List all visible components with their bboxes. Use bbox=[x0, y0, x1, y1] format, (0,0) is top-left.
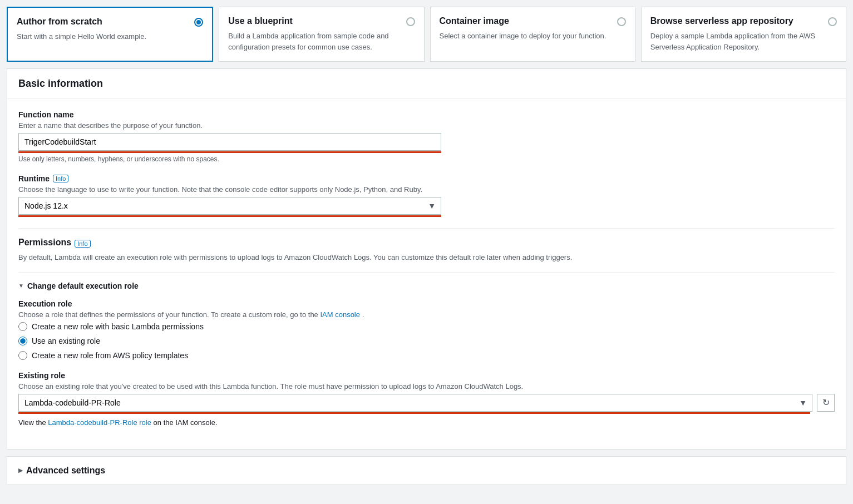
main-content: Basic information Function name Enter a … bbox=[0, 62, 853, 498]
function-name-hint: Enter a name that describes the purpose … bbox=[18, 121, 835, 130]
existing-role-select[interactable]: Lambda-codebuild-PR-RoleLambdaBasicRoleL… bbox=[18, 394, 812, 412]
option-card-title-browse-serverless: Browse serverless app repository bbox=[650, 16, 793, 26]
iam-console-link[interactable]: IAM console bbox=[320, 310, 360, 319]
radio-create-from-policy-label: Create a new role from AWS policy templa… bbox=[32, 351, 188, 360]
execution-role-group: Execution role Choose a role that define… bbox=[18, 299, 835, 360]
execution-role-hint-prefix: Choose a role that defines the permissio… bbox=[18, 310, 320, 319]
basic-info-body: Function name Enter a name that describe… bbox=[7, 99, 846, 449]
footer: Cancel Create function bbox=[0, 498, 853, 505]
radio-use-existing-role-label: Use an existing role bbox=[32, 337, 100, 345]
function-name-label: Function name bbox=[18, 110, 835, 119]
option-card-use-a-blueprint[interactable]: Use a blueprintBuild a Lambda applicatio… bbox=[219, 7, 424, 62]
existing-role-hint: Choose an existing role that you've crea… bbox=[18, 382, 835, 391]
runtime-group: Runtime Info Choose the language to use … bbox=[18, 174, 835, 217]
function-name-note: Use only letters, numbers, hyphens, or u… bbox=[18, 155, 835, 163]
option-card-browse-serverless[interactable]: Browse serverless app repositoryDeploy a… bbox=[641, 7, 846, 62]
basic-info-title: Basic information bbox=[18, 78, 103, 89]
runtime-hint: Choose the language to use to write your… bbox=[18, 185, 835, 194]
permissions-title-row: Permissions Info bbox=[18, 238, 835, 250]
radio-use-existing-role[interactable]: Use an existing role bbox=[18, 337, 835, 345]
view-role-link[interactable]: Lambda-codebuild-PR-Role role bbox=[48, 418, 151, 427]
option-card-container-image[interactable]: Container imageSelect a container image … bbox=[430, 7, 635, 62]
radio-create-new-role-label: Create a new role with basic Lambda perm… bbox=[32, 322, 204, 331]
runtime-error-bar bbox=[18, 215, 441, 217]
option-card-desc-use-a-blueprint: Build a Lambda application from sample c… bbox=[228, 31, 415, 52]
role-underline-bar bbox=[18, 412, 810, 414]
option-card-desc-author-from-scratch: Start with a simple Hello World example. bbox=[17, 31, 203, 42]
advanced-arrow-icon: ▶ bbox=[18, 467, 23, 473]
option-card-desc-browse-serverless: Deploy a sample Lambda application from … bbox=[650, 31, 837, 52]
option-card-radio-container-image bbox=[617, 17, 626, 26]
view-role-link-container: View the Lambda-codebuild-PR-Role role o… bbox=[18, 418, 835, 427]
permissions-info-badge[interactable]: Info bbox=[75, 240, 90, 248]
radio-use-existing-role-input[interactable] bbox=[18, 337, 27, 345]
function-name-error-bar bbox=[18, 151, 441, 153]
existing-role-label: Existing role bbox=[18, 371, 835, 380]
radio-create-from-policy-input[interactable] bbox=[18, 351, 27, 360]
change-role-collapsible[interactable]: ▼ Change default execution role bbox=[18, 281, 835, 290]
function-name-group: Function name Enter a name that describe… bbox=[18, 110, 835, 163]
collapsible-arrow-icon: ▼ bbox=[18, 283, 24, 289]
advanced-settings-title: Advanced settings bbox=[26, 466, 105, 476]
view-role-prefix: View the bbox=[18, 418, 48, 427]
view-role-suffix: on the IAM console. bbox=[154, 418, 218, 427]
existing-role-group: Existing role Choose an existing role th… bbox=[18, 371, 835, 427]
option-card-radio-browse-serverless bbox=[828, 17, 837, 26]
option-card-radio-use-a-blueprint bbox=[406, 17, 415, 26]
function-name-input[interactable] bbox=[18, 133, 441, 151]
refresh-button[interactable]: ↻ bbox=[817, 394, 835, 412]
advanced-settings-header[interactable]: ▶ Advanced settings bbox=[18, 466, 835, 476]
option-card-desc-container-image: Select a container image to deploy for y… bbox=[440, 31, 626, 42]
runtime-label: Runtime bbox=[18, 174, 50, 183]
option-card-radio-author-from-scratch bbox=[194, 18, 203, 27]
existing-role-select-wrapper: Lambda-codebuild-PR-RoleLambdaBasicRoleL… bbox=[18, 394, 812, 412]
radio-create-new-role-input[interactable] bbox=[18, 322, 27, 331]
execution-role-hint: Choose a role that defines the permissio… bbox=[18, 310, 835, 319]
existing-role-row: Lambda-codebuild-PR-RoleLambdaBasicRoleL… bbox=[18, 394, 835, 412]
execution-role-label: Execution role bbox=[18, 299, 835, 308]
permissions-description: By default, Lambda will create an execut… bbox=[18, 252, 835, 263]
permissions-title: Permissions bbox=[18, 238, 71, 248]
option-card-title-author-from-scratch: Author from scratch bbox=[17, 17, 102, 27]
option-card-title-use-a-blueprint: Use a blueprint bbox=[228, 16, 293, 26]
runtime-label-row: Runtime Info bbox=[18, 174, 835, 183]
radio-create-from-policy[interactable]: Create a new role from AWS policy templa… bbox=[18, 351, 835, 360]
runtime-select-wrapper: Node.js 12.xNode.js 14.xPython 3.9Python… bbox=[18, 197, 441, 215]
option-cards-container: Author from scratchStart with a simple H… bbox=[0, 0, 853, 62]
runtime-select[interactable]: Node.js 12.xNode.js 14.xPython 3.9Python… bbox=[18, 197, 441, 215]
basic-info-header: Basic information bbox=[7, 69, 846, 99]
execution-role-hint-suffix: . bbox=[362, 310, 364, 319]
runtime-info-badge[interactable]: Info bbox=[53, 175, 68, 182]
option-card-title-container-image: Container image bbox=[440, 16, 509, 26]
basic-info-panel: Basic information Function name Enter a … bbox=[7, 68, 846, 449]
option-card-author-from-scratch[interactable]: Author from scratchStart with a simple H… bbox=[7, 7, 213, 62]
permissions-section: Permissions Info By default, Lambda will… bbox=[18, 238, 835, 427]
radio-create-new-role[interactable]: Create a new role with basic Lambda perm… bbox=[18, 322, 835, 331]
divider-2 bbox=[18, 272, 835, 273]
advanced-settings-panel: ▶ Advanced settings bbox=[7, 456, 846, 485]
collapsible-title: Change default execution role bbox=[27, 281, 139, 290]
divider-1 bbox=[18, 228, 835, 229]
